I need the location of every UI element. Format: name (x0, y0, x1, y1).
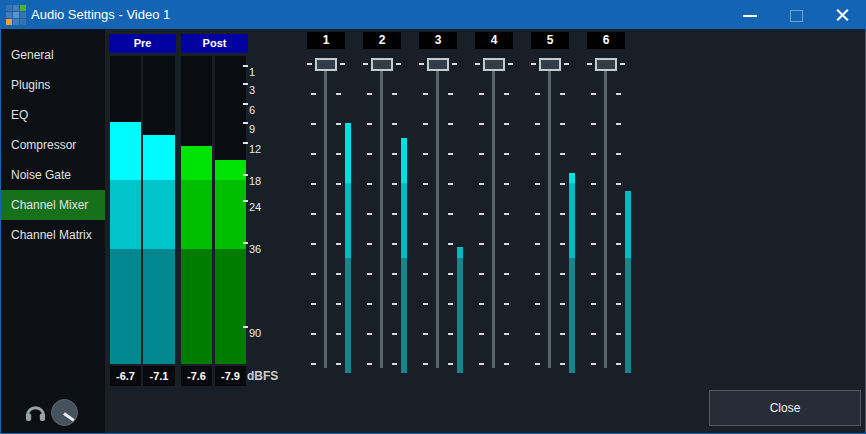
scale-tick-label: 1 (249, 64, 255, 80)
fader-track[interactable] (436, 69, 439, 368)
scale-tick-label: 24 (249, 199, 261, 215)
channel-strip: 3 (410, 29, 466, 389)
fader-scale-tick (367, 363, 372, 365)
scale-tick-mark (243, 326, 248, 328)
fader-scale-tick (591, 363, 596, 365)
window-title: Audio Settings - Video 1 (31, 1, 170, 29)
scale-tick-mark (243, 242, 248, 244)
channel-level-meter (401, 58, 407, 373)
fader-handle[interactable] (539, 58, 561, 71)
sidebar-item-general[interactable]: General (1, 40, 105, 70)
fader-scale-tick (560, 183, 565, 185)
channel-number-label: 4 (475, 32, 513, 49)
sidebar-item-channel-mixer[interactable]: Channel Mixer (1, 190, 105, 220)
close-button[interactable]: Close (709, 390, 861, 426)
fader-scale-tick (448, 183, 453, 185)
fader-handle[interactable] (595, 58, 617, 71)
fader-scale-tick (423, 243, 428, 245)
fader-scale-tick (423, 123, 428, 125)
fader-scale-tick (423, 213, 428, 215)
fader-handle[interactable] (483, 58, 505, 71)
fader-scale-tick (336, 333, 341, 335)
fader-scale-tick (336, 153, 341, 155)
sidebar-item-eq[interactable]: EQ (1, 100, 105, 130)
fader-scale-tick (448, 243, 453, 245)
fader-handle-tick (475, 63, 480, 65)
fader-scale-tick (311, 303, 316, 305)
maximize-button[interactable] (773, 1, 819, 29)
fader-handle[interactable] (315, 58, 337, 71)
vu-meter-pre-right (143, 56, 175, 364)
sidebar-item-plugins[interactable]: Plugins (1, 70, 105, 100)
sidebar-item-channel-matrix[interactable]: Channel Matrix (1, 220, 105, 250)
fader-scale-tick (336, 243, 341, 245)
fader-scale-tick (367, 123, 372, 125)
fader-scale-tick (392, 273, 397, 275)
fader-scale-tick (560, 363, 565, 365)
fader-scale-tick (311, 183, 316, 185)
fader-scale-tick (311, 213, 316, 215)
fader-scale-tick (560, 93, 565, 95)
channel-number-label: 5 (531, 32, 569, 49)
fader-scale-tick (423, 93, 428, 95)
fader-scale-tick (367, 93, 372, 95)
fader-scale-tick (336, 123, 341, 125)
fader-scale-tick (535, 333, 540, 335)
fader-track[interactable] (492, 69, 495, 368)
audio-settings-window: Audio Settings - Video 1 GeneralPluginsE… (0, 0, 866, 434)
headphones-icon (24, 401, 47, 423)
scale-tick-label: 36 (249, 241, 261, 257)
fader-track[interactable] (604, 69, 607, 368)
minimize-button[interactable] (727, 1, 773, 29)
scale-tick-mark (243, 200, 248, 202)
fader-handle[interactable] (371, 58, 393, 71)
close-window-button[interactable] (819, 1, 865, 29)
channel-strip: 1 (298, 29, 354, 389)
post-group-label: Post (181, 34, 248, 53)
fader-scale-tick (535, 243, 540, 245)
dbfs-unit-label: dBFS (247, 366, 278, 386)
fader-track[interactable] (380, 69, 383, 368)
fader-scale-tick (311, 153, 316, 155)
titlebar[interactable]: Audio Settings - Video 1 (1, 1, 865, 29)
scale-tick-label: 3 (249, 82, 255, 98)
fader-scale-tick (392, 153, 397, 155)
fader-scale-tick (311, 243, 316, 245)
fader-scale-tick (616, 153, 621, 155)
fader-track[interactable] (324, 69, 327, 368)
channel-strip: 6 (578, 29, 634, 389)
fader-scale-tick (560, 123, 565, 125)
channel-strip: 5 (522, 29, 578, 389)
fader-scale-tick (367, 303, 372, 305)
fader-scale-tick (560, 153, 565, 155)
fader-scale-tick (479, 243, 484, 245)
fader-scale-tick (616, 183, 621, 185)
fader-track[interactable] (548, 69, 551, 368)
fader-scale-tick (392, 213, 397, 215)
sidebar-item-compressor[interactable]: Compressor (1, 130, 105, 160)
fader-scale-tick (479, 363, 484, 365)
level-readout: -7.9 (215, 366, 246, 386)
fader-scale-tick (392, 243, 397, 245)
fader-scale-tick (504, 123, 509, 125)
scale-tick-mark (243, 103, 248, 105)
fader-scale-tick (448, 123, 453, 125)
settings-sidebar: GeneralPluginsEQCompressorNoise GateChan… (1, 29, 105, 433)
fader-scale-tick (616, 123, 621, 125)
channel-strip: 4 (466, 29, 522, 389)
fader-scale-tick (560, 273, 565, 275)
fader-scale-tick (535, 93, 540, 95)
scale-tick-mark (243, 142, 248, 144)
channel-level-meter (569, 58, 575, 373)
channel-number-label: 6 (587, 32, 625, 49)
fader-handle[interactable] (427, 58, 449, 71)
sidebar-item-noise-gate[interactable]: Noise Gate (1, 160, 105, 190)
fader-scale-tick (448, 153, 453, 155)
fader-scale-tick (311, 273, 316, 275)
fader-scale-tick (479, 333, 484, 335)
fader-scale-tick (504, 363, 509, 365)
headphone-volume-knob[interactable] (51, 399, 78, 426)
scale-tick-label: 18 (249, 173, 261, 189)
scale-tick-mark (243, 122, 248, 124)
knob-indicator (63, 412, 75, 421)
